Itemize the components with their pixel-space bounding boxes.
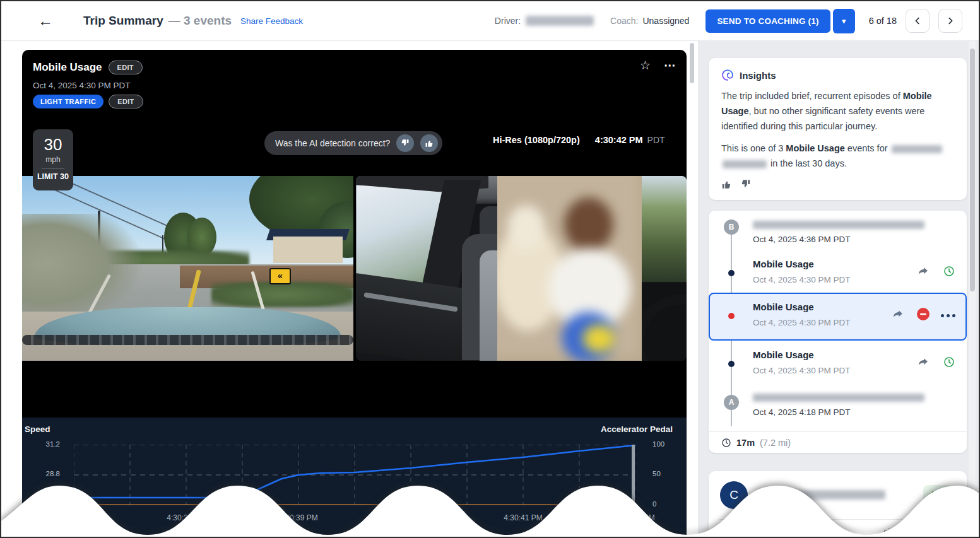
dismiss-event-button[interactable] [916,307,931,324]
chevron-road-sign: « [269,268,291,284]
sidebar-scrollbar-thumb[interactable] [970,49,975,291]
event-row-title: Mobile Usage [753,349,814,360]
edit-event-label-button[interactable]: EDIT [109,61,143,74]
ai-thumbs-down-button[interactable] [396,134,414,152]
x-axis-tick: 4:30:42 PM [616,513,654,522]
minus-circle-icon [916,307,931,322]
coach-value: Unassigned [642,16,689,26]
speed-unit: mph [33,155,73,164]
thumbs-up-icon [425,139,434,148]
event-row-time: Oct 4, 2025 4:30 PM PDT [753,318,851,327]
insights-thumbs-down-button[interactable] [741,179,751,191]
send-to-coaching-button[interactable]: SEND TO COACHING (1) [705,9,830,33]
x-axis-tick: 4:30:39 PM [279,513,317,522]
privacy-blur-region [497,176,642,361]
chevron-left-icon [913,16,922,25]
truncated-label: sitivity [883,527,908,537]
events-count: — 3 events [168,14,232,28]
driver-label: Driver: [495,16,521,26]
event-review-clock-button[interactable] [943,356,955,370]
stop-time-b: Oct 4, 2025 4:36 PM PDT [753,235,851,244]
x-axis-tick: 4:30:38 PM [167,513,205,522]
shrubs [211,282,353,307]
speed-limit: LIMIT 30 [33,172,73,181]
insights-card: Insights The trip included brief, recurr… [709,58,967,200]
front-camera-view[interactable]: « [22,176,353,361]
speed-value: 30 [33,135,73,155]
event-row[interactable]: Mobile Usage Oct 4, 2025 4:30 PM PDT [709,256,967,293]
share-feedback-link[interactable]: Share Feedback [240,16,303,26]
right-axis-tick: 0 [652,500,656,508]
left-axis-tick: 31.2 [37,440,60,448]
stop-time-a: Oct 4, 2025 4:18 PM PDT [753,407,851,417]
chart-left-title: Speed [25,424,50,434]
insights-thumbs-up-button[interactable] [721,179,731,191]
driver-name-redacted [892,145,942,153]
traffic-condition-badge[interactable]: LIGHT TRAFFIC [33,95,103,108]
app-window: ← Trip Summary — 3 events Share Feedback… [0,0,980,538]
event-row[interactable]: Mobile Usage Oct 4, 2025 4:30 PM PDT [709,347,967,383]
trip-distance: (7.2 mi) [760,438,791,448]
share-icon [917,356,930,368]
right-sidebar: Insights The trip included brief, recurr… [698,40,980,537]
main-scrollbar-thumb[interactable] [690,43,694,83]
coach-label: Coach: [610,16,638,26]
share-icon [892,308,904,320]
clock-green-icon [943,356,955,368]
telemetry-chart: Speed Accelerator Pedal 31.2 28.8 100 50… [22,418,687,538]
speed-divider [42,168,64,169]
stop-marker-a: A [724,395,739,410]
share-icon [917,265,930,278]
insights-title: Insights [740,70,776,81]
edit-traffic-button[interactable]: EDIT [109,95,143,108]
playback-timezone: PDT [647,135,665,145]
playback-time: 4:30:42 PMPDT [595,135,665,145]
blurred-detail [583,325,615,353]
ai-thumbs-up-button[interactable] [420,134,438,152]
wiper-cowl [22,335,353,345]
previous-event-button[interactable] [906,9,930,33]
event-more-options-icon[interactable] [941,314,955,317]
top-bar-right: Driver: Coach: Unassigned SEND TO COACHI… [495,9,979,33]
cabin-camera-view[interactable] [356,176,687,361]
trip-duration: 17m [736,438,755,448]
next-event-button[interactable] [938,9,962,33]
blurred-occupants [497,176,642,361]
ai-insights-icon [721,69,734,81]
chevron-right-icon [946,16,955,25]
x-axis-tick: 4:30:37 PM [54,513,93,522]
selected-event-dot [728,313,735,319]
ai-detection-question: Was the AI detection correct? [275,138,390,148]
trip-duration-row: 17m (7.2 mi) [721,438,791,448]
share-event-button[interactable] [892,308,904,322]
thumbs-up-icon [721,179,731,189]
right-window-foliage [642,176,687,282]
insights-paragraph-2: This is one of 3 Mobile Usage events for… [721,141,954,171]
right-axis-tick: 100 [652,440,664,448]
event-row-time: Oct 4, 2025 4:30 PM PDT [753,366,851,375]
event-title: Mobile Usage [33,61,102,74]
ai-detection-prompt: Was the AI detection correct? [264,131,442,155]
thumbs-down-icon [741,179,751,189]
telemetry-plot[interactable] [74,445,635,505]
event-review-clock-button[interactable] [943,265,955,279]
event-dot [728,270,735,276]
more-options-icon[interactable]: ⋯ [664,58,676,73]
star-icon[interactable]: ☆ [640,58,651,73]
share-event-button[interactable] [917,265,930,279]
sidebar-scrollbar-track[interactable] [969,40,976,537]
back-arrow-icon[interactable]: ← [34,13,57,29]
top-bar: ← Trip Summary — 3 events Share Feedback… [1,1,979,41]
speed-widget: 30 mph LIMIT 30 [33,129,73,190]
right-axis-tick: 50 [652,470,661,477]
video-resolution: Hi-Res (1080p/720p) [493,135,580,145]
driver-name-redacted [723,160,767,168]
event-player-panel: Mobile Usage EDIT Oct 4, 2025 4:30 PM PD… [22,50,687,538]
share-event-button[interactable] [917,356,930,370]
event-dot [728,361,735,367]
video-strip: « [22,176,687,361]
pagination-counter: 6 of 18 [869,16,897,26]
event-row-selected[interactable]: Mobile Usage Oct 4, 2025 4:30 PM PDT [709,293,967,341]
coaching-dropdown-button[interactable]: ▾ [833,9,855,33]
left-axis-tick: 28.8 [37,470,60,477]
